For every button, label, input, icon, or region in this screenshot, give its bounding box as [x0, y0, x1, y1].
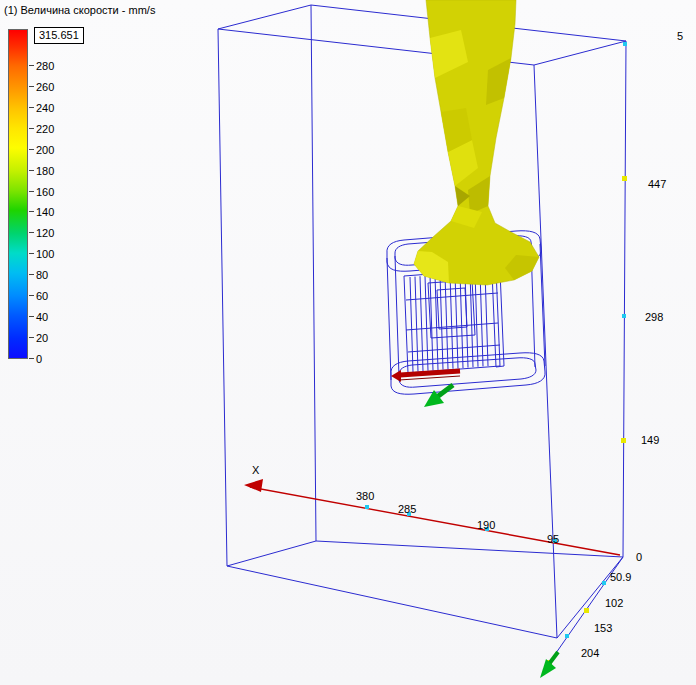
legend-tick: 160 — [36, 187, 54, 197]
z-ruler: 5 447 298 149 0 — [621, 30, 683, 563]
z-tick-149: 149 — [641, 434, 659, 446]
x-axis-label: X — [252, 464, 260, 476]
x-tick-190: 190 — [477, 519, 495, 531]
y-axis-arrowhead — [540, 659, 556, 678]
domain-box-wireframe — [218, 5, 626, 638]
legend-max-value: 315.651 — [34, 27, 84, 44]
legend-color-bar[interactable] — [8, 29, 28, 359]
z-tick-top: 5 — [677, 30, 683, 42]
y-axis-arrow-shaft — [549, 652, 558, 664]
z-tick-298: 298 — [645, 311, 663, 323]
x-ruler: X 380 285 190 95 — [244, 464, 620, 555]
y-tick-204: 204 — [581, 647, 599, 659]
model-y-axis-arrow — [424, 385, 453, 407]
legend-tick: 120 — [36, 228, 54, 238]
legend-tick: 0 — [36, 354, 54, 364]
z-tick-0: 0 — [636, 551, 642, 563]
legend-tick: 40 — [36, 312, 54, 322]
x-axis-arrowhead — [244, 479, 263, 492]
legend-ticks: 280260240220200180160140120100806040200 — [36, 61, 54, 364]
y-tick-102: 102 — [605, 597, 623, 609]
legend-tick: 180 — [36, 166, 54, 176]
x-tick-380: 380 — [356, 490, 374, 502]
legend-tick: 140 — [36, 207, 54, 217]
velocity-isosurface[interactable] — [414, 0, 539, 285]
legend-tick: 100 — [36, 249, 54, 259]
legend-tick: 200 — [36, 145, 54, 155]
legend-tick: 80 — [36, 270, 54, 280]
legend-tick: 280 — [36, 61, 54, 71]
y-tick-153: 153 — [594, 622, 612, 634]
legend-tick: 260 — [36, 82, 54, 92]
3d-scene-canvas[interactable]: X 380 285 190 95 5 447 298 149 0 50.9 1 — [0, 0, 696, 685]
x-tick-95: 95 — [547, 533, 559, 545]
z-tick-447: 447 — [648, 178, 666, 190]
y-tick-50-9: 50.9 — [610, 571, 631, 583]
graphics-viewport[interactable]: X 380 285 190 95 5 447 298 149 0 50.9 1 — [0, 0, 696, 685]
x-tick-285: 285 — [398, 503, 416, 515]
legend-tick: 240 — [36, 103, 54, 113]
model-x-axis-arrow — [391, 370, 460, 382]
color-legend: (1) Величина скорости - mm/s 315.651 280… — [4, 4, 155, 29]
legend-tick: 220 — [36, 124, 54, 134]
legend-tick: 60 — [36, 291, 54, 301]
legend-title: (1) Величина скорости - mm/s — [4, 4, 155, 17]
y-ruler: 50.9 102 153 204 — [540, 557, 631, 678]
legend-tick: 20 — [36, 333, 54, 343]
